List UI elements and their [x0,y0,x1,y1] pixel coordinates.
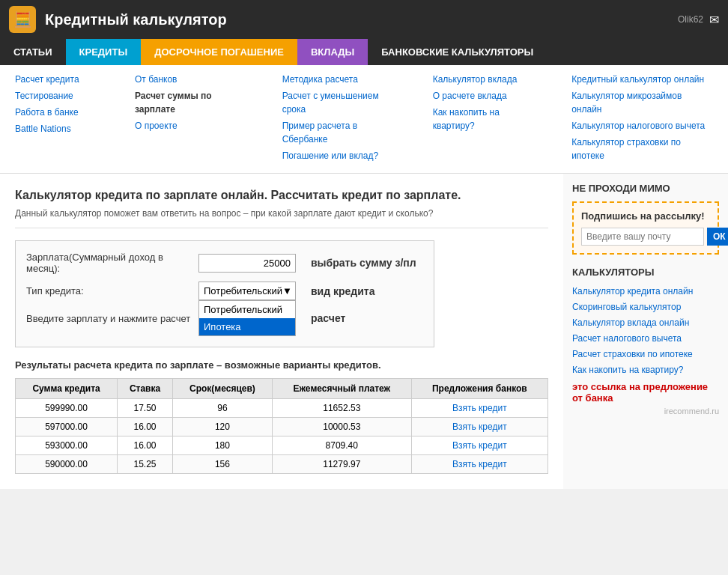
list-item: Калькулятор вклада онлайн [572,317,719,328]
calc-link[interactable]: Как накопить на квартиру? [572,365,684,375]
app-title: Кредитный калькулятор [45,11,669,28]
cell-link[interactable]: Взять кредит [411,455,547,474]
cell-link[interactable]: Взять кредит [411,436,547,455]
dd-link-salary-calc[interactable]: Расчет суммы по зарплате [135,89,252,116]
dropdown-col-1: Расчет кредита Тестирование Работа в бан… [0,73,120,165]
take-credit-link[interactable]: Взять кредит [452,422,507,432]
dropdown-col-4: Калькулятор вклада О расчете вклада Как … [418,73,556,165]
calc-link[interactable]: Расчет налогового вычета [572,333,682,344]
results-title: Результаты расчета кредита по зарплате –… [15,359,548,371]
page-desc: Данный калькулятор поможет вам ответить … [15,208,548,228]
dd-link-deposit-calc[interactable]: Калькулятор вклада [433,73,542,86]
dd-link-rashet[interactable]: Расчет кредита [15,73,105,86]
header: 🧮 Кредитный калькулятор Olik62 ✉ [0,0,728,39]
cell-sum: 593000.00 [16,436,118,455]
cell-sum: 590000.00 [16,455,118,474]
list-item: Калькулятор кредита онлайн [572,285,719,296]
newsletter-input[interactable] [581,228,704,246]
option-consumer[interactable]: Потребительский [199,301,295,318]
app-icon: 🧮 [9,6,36,33]
dd-link-battle[interactable]: Battle Nations [15,122,105,136]
col-header-offers: Предложения банков [411,379,547,399]
calc-link[interactable]: Скоринговый калькулятор [572,302,681,312]
dd-link-project[interactable]: О проекте [135,119,252,133]
cell-payment: 11652.53 [272,399,411,418]
dd-link-banks[interactable]: От банков [135,73,252,86]
list-item: Расчет страховки по ипотеке [572,348,719,359]
cell-term: 120 [172,418,272,436]
dropdown-col-3: Методика расчета Расчет с уменьшением ср… [267,73,418,165]
calc-link[interactable]: Калькулятор вклада онлайн [572,317,689,328]
cell-sum: 597000.00 [16,418,118,436]
calc-form: Зарплата(Суммарный доход в месяц): выбра… [15,240,434,347]
header-right: Olik62 ✉ [678,13,719,27]
dd-link-save-apt[interactable]: Как накопить на квартиру? [433,106,542,133]
results-table: Сумма кредита Ставка Срок(месяцев) Ежеме… [15,378,548,474]
take-credit-link[interactable]: Взять кредит [452,440,507,451]
nav-credits[interactable]: КРЕДИТЫ [66,39,142,65]
col-header-term: Срок(месяцев) [172,379,272,399]
salary-input[interactable] [198,254,296,273]
main-content: Калькулятор кредита по зарплате онлайн. … [0,174,563,489]
calc-link[interactable]: Расчет страховки по ипотеке [572,349,693,359]
dd-link-deposit-or-pay[interactable]: Погашение или вклад? [282,149,403,162]
calc-link[interactable]: Калькулятор кредита онлайн [572,286,693,296]
selected-option: Потребительский [204,285,282,296]
cell-rate: 15.25 [118,455,173,474]
dd-link-about-deposit[interactable]: О расчете вклада [433,89,542,103]
table-row: 590000.00 15.25 156 11279.97 Взять креди… [16,455,548,474]
dd-link-microloans[interactable]: Калькулятор микрозаймов онлайн [571,89,713,116]
cell-link[interactable]: Взять кредит [411,418,547,436]
dd-link-testing[interactable]: Тестирование [15,89,105,103]
cell-rate: 16.00 [118,418,173,436]
watermark: irecommend.ru [572,407,719,416]
salary-row: Зарплата(Суммарный доход в месяц): выбра… [26,252,423,274]
nav-deposits[interactable]: ВКЛАДЫ [297,39,368,65]
cell-term: 156 [172,455,272,474]
salary-hint: выбрать сумму з/пл [311,257,416,269]
dd-link-tax[interactable]: Калькулятор налогового вычета [571,119,713,133]
credit-type-row: Тип кредита: Потребительский ▼ Потребите… [26,282,423,300]
not-pass-by-title: НЕ ПРОХОДИ МИМО [572,183,719,194]
dropdown-col-5: Кредитный калькулятор онлайн Калькулятор… [556,73,728,165]
newsletter-box: Подпишись на рассылку! ОК [572,201,719,255]
col-header-payment: Ежемесячный платеж [272,379,411,399]
page-title: Калькулятор кредита по зарплате онлайн. … [15,189,548,202]
nav-early[interactable]: ДОСРОЧНОЕ ПОГАШЕНИЕ [141,39,297,65]
cell-term: 96 [172,399,272,418]
newsletter-title: Подпишись на рассылку! [581,210,710,222]
mail-icon[interactable]: ✉ [709,13,719,27]
table-row: 599990.00 17.50 96 11652.53 Взять кредит [16,399,548,418]
newsletter-row: ОК [581,228,710,246]
dd-link-reduce-term[interactable]: Расчет с уменьшением срока [282,89,403,116]
nav-bank-calc[interactable]: БАНКОВСКИЕ КАЛЬКУЛЯТОРЫ [368,39,728,65]
cell-link[interactable]: Взять кредит [411,399,547,418]
username: Olik62 [678,14,703,25]
salary-label: Зарплата(Суммарный доход в месяц): [26,252,198,274]
chevron-down-icon: ▼ [282,285,292,296]
dd-link-work[interactable]: Работа в банке [15,106,105,119]
cell-payment: 8709.40 [272,436,411,455]
newsletter-submit[interactable]: ОК [707,228,728,246]
dd-link-insurance[interactable]: Калькулятор страховки по ипотеке [571,136,713,162]
cell-rate: 17.50 [118,399,173,418]
take-credit-link[interactable]: Взять кредит [452,403,507,413]
dd-link-sberbank[interactable]: Пример расчета в Сбербанке [282,119,403,146]
sidebar: НЕ ПРОХОДИ МИМО Подпишись на рассылку! О… [563,174,728,489]
take-credit-link[interactable]: Взять кредит [452,459,507,469]
credit-type-hint: вид кредита [311,285,374,297]
option-mortgage[interactable]: Ипотека [199,318,295,335]
dd-link-method[interactable]: Методика расчета [282,73,403,86]
select-display[interactable]: Потребительский ▼ [198,282,296,300]
calculators-title: КАЛЬКУЛЯТОРЫ [572,267,719,278]
main-layout: Калькулятор кредита по зарплате онлайн. … [0,174,728,489]
table-row: 597000.00 16.00 120 10000.53 Взять креди… [16,418,548,436]
nav-articles[interactable]: СТАТЬИ [0,39,66,65]
calculators-section: КАЛЬКУЛЯТОРЫ Калькулятор кредита онлайнС… [572,267,719,375]
credit-type-select[interactable]: Потребительский ▼ Потребительский Ипотек… [198,282,296,300]
dd-link-credit-online[interactable]: Кредитный калькулятор онлайн [571,73,713,86]
list-item: Расчет налогового вычета [572,332,719,344]
calc-links-list: Калькулятор кредита онлайнСкоринговый ка… [572,285,719,375]
navbar: СТАТЬИ КРЕДИТЫ ДОСРОЧНОЕ ПОГАШЕНИЕ ВКЛАД… [0,39,728,65]
cell-payment: 11279.97 [272,455,411,474]
